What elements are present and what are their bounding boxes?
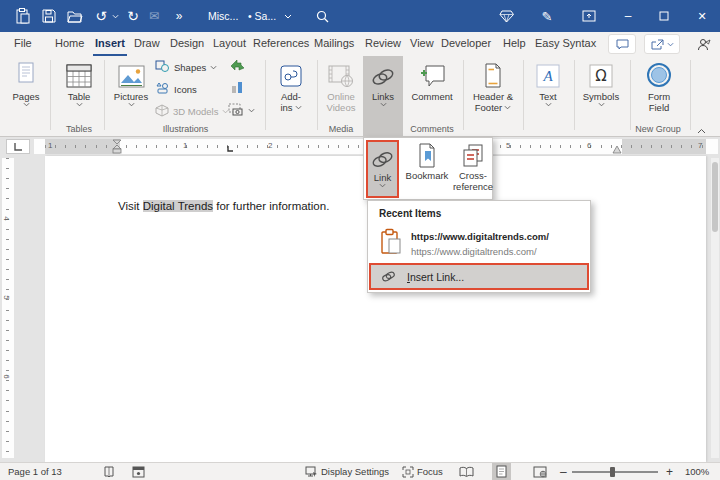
chevron-down-icon bbox=[295, 105, 302, 110]
undo-chevron-icon[interactable] bbox=[110, 0, 120, 32]
ruler-number: 7 bbox=[698, 141, 702, 150]
display-settings-button[interactable]: Display Settings bbox=[305, 463, 389, 480]
scrollbar-thumb[interactable] bbox=[712, 162, 718, 232]
gem-icon[interactable] bbox=[495, 0, 517, 32]
link-menu-button[interactable]: Link bbox=[366, 140, 399, 198]
tab-easy-syntax[interactable]: Easy Syntax bbox=[533, 32, 598, 56]
insert-link-menu-item[interactable]: Insert Link... bbox=[369, 263, 589, 290]
chart-button[interactable] bbox=[230, 81, 244, 96]
title-chevron-icon[interactable] bbox=[282, 0, 294, 32]
maximize-icon[interactable] bbox=[654, 0, 674, 32]
share-icon[interactable] bbox=[644, 34, 680, 54]
zoom-out-button[interactable]: – bbox=[560, 463, 567, 480]
overflow-icon[interactable]: » bbox=[170, 0, 188, 32]
tab-developer[interactable]: Developer bbox=[439, 32, 493, 56]
web-layout-button[interactable] bbox=[533, 463, 547, 480]
document-text-line[interactable]: Visit Digital Trends for further informa… bbox=[118, 200, 329, 212]
close-icon[interactable]: ✕ bbox=[692, 0, 712, 32]
recent-link-title[interactable]: https://www.digitaltrends.com/ bbox=[411, 231, 549, 242]
search-icon[interactable] bbox=[312, 0, 332, 32]
shapes-button[interactable]: Shapes bbox=[155, 60, 217, 74]
minimize-icon[interactable]: – bbox=[618, 0, 638, 32]
group-divider bbox=[265, 60, 266, 130]
screenshot-button[interactable] bbox=[228, 103, 255, 118]
links-dropdown: Link Bookmark Cross- reference bbox=[363, 137, 493, 200]
tab-selector[interactable] bbox=[6, 139, 30, 154]
bookmark-menu-button[interactable]: Bookmark bbox=[401, 140, 453, 198]
text-a-icon: A bbox=[536, 58, 560, 88]
icons-icon bbox=[155, 82, 170, 96]
save-status: • Sa... bbox=[248, 0, 276, 32]
group-label-comments: Comments bbox=[404, 124, 460, 134]
macro-recording-icon[interactable] bbox=[132, 463, 145, 480]
paste-icon[interactable] bbox=[12, 0, 34, 32]
presence-person-icon[interactable] bbox=[694, 34, 714, 54]
chevron-down-icon bbox=[379, 183, 386, 188]
tab-references[interactable]: References bbox=[251, 32, 311, 56]
tab-help[interactable]: Help bbox=[501, 32, 528, 56]
tab-home[interactable]: Home bbox=[53, 32, 86, 56]
links-button[interactable]: Links bbox=[363, 58, 403, 107]
zoom-in-button[interactable]: + bbox=[666, 463, 673, 480]
zoom-slider-track[interactable] bbox=[572, 471, 658, 473]
page-count[interactable]: Page 1 of 13 bbox=[8, 463, 62, 480]
symbols-button[interactable]: Ω Symbols bbox=[578, 58, 624, 107]
open-folder-icon[interactable] bbox=[64, 0, 86, 32]
focus-button[interactable]: Focus bbox=[402, 463, 443, 480]
svg-text:Ω: Ω bbox=[595, 67, 606, 85]
text-button[interactable]: A Text bbox=[527, 58, 569, 107]
cross-reference-menu-button[interactable]: Cross- reference bbox=[454, 140, 492, 198]
collapse-ribbon-icon[interactable] bbox=[697, 120, 706, 138]
tab-view[interactable]: View bbox=[408, 32, 436, 56]
header-footer-button[interactable]: Header & Footer bbox=[466, 58, 520, 113]
add-ins-icon bbox=[279, 58, 303, 88]
redo-icon[interactable]: ↻ bbox=[124, 0, 142, 32]
tab-stop-marker[interactable] bbox=[227, 145, 234, 152]
group-label-media: Media bbox=[318, 124, 364, 134]
tab-insert[interactable]: Insert bbox=[93, 32, 127, 56]
vertical-scrollbar[interactable] bbox=[711, 158, 719, 458]
group-divider bbox=[463, 60, 464, 130]
form-field-button[interactable]: Form Field bbox=[634, 58, 684, 113]
tab-file[interactable]: File bbox=[12, 32, 34, 56]
smartart-icon bbox=[230, 59, 245, 73]
right-indent-marker[interactable] bbox=[612, 145, 622, 154]
vertical-ruler[interactable]: 4 5 6 bbox=[2, 158, 14, 458]
clipboard-icon bbox=[380, 228, 402, 260]
undo-icon[interactable]: ↺ bbox=[92, 0, 110, 32]
group-divider bbox=[690, 60, 691, 130]
tab-draw[interactable]: Draw bbox=[132, 32, 162, 56]
pages-button[interactable]: Pages bbox=[6, 58, 46, 107]
zoom-level[interactable]: 100% bbox=[685, 463, 709, 480]
chevron-down-icon bbox=[545, 102, 552, 107]
indent-marker[interactable] bbox=[112, 139, 122, 154]
pen-icon[interactable]: ✎ bbox=[537, 0, 557, 32]
add-ins-button[interactable]: Add- ins bbox=[270, 58, 312, 113]
email-icon: ✉ bbox=[144, 0, 164, 32]
comments-bubble-icon[interactable] bbox=[608, 34, 636, 54]
print-layout-button[interactable] bbox=[492, 463, 511, 480]
smartart-button[interactable] bbox=[230, 59, 245, 73]
comment-button[interactable]: Comment bbox=[404, 58, 460, 102]
tab-design[interactable]: Design bbox=[168, 32, 206, 56]
selected-text[interactable]: Digital Trends bbox=[143, 200, 213, 212]
ribbon-display-options-icon[interactable] bbox=[578, 0, 600, 32]
zoom-slider-thumb[interactable] bbox=[610, 467, 615, 477]
tab-review[interactable]: Review bbox=[363, 32, 403, 56]
document-canvas[interactable]: Visit Digital Trends for further informa… bbox=[0, 156, 720, 462]
chevron-down-icon bbox=[210, 65, 217, 70]
document-title[interactable]: Misc... bbox=[208, 0, 238, 32]
read-mode-button[interactable] bbox=[459, 463, 474, 480]
online-videos-button: Online Videos bbox=[320, 58, 362, 113]
group-divider bbox=[50, 60, 51, 130]
save-icon[interactable] bbox=[38, 0, 60, 32]
shapes-icon bbox=[155, 60, 170, 74]
tab-layout[interactable]: Layout bbox=[211, 32, 248, 56]
table-button[interactable]: Table bbox=[56, 58, 102, 107]
icons-button[interactable]: Icons bbox=[155, 82, 197, 96]
tab-mailings[interactable]: Mailings bbox=[312, 32, 356, 56]
pictures-button[interactable]: Pictures bbox=[108, 58, 154, 107]
link-chain-icon bbox=[370, 142, 395, 170]
proofing-icon[interactable] bbox=[103, 463, 115, 480]
pages-icon bbox=[16, 58, 36, 88]
